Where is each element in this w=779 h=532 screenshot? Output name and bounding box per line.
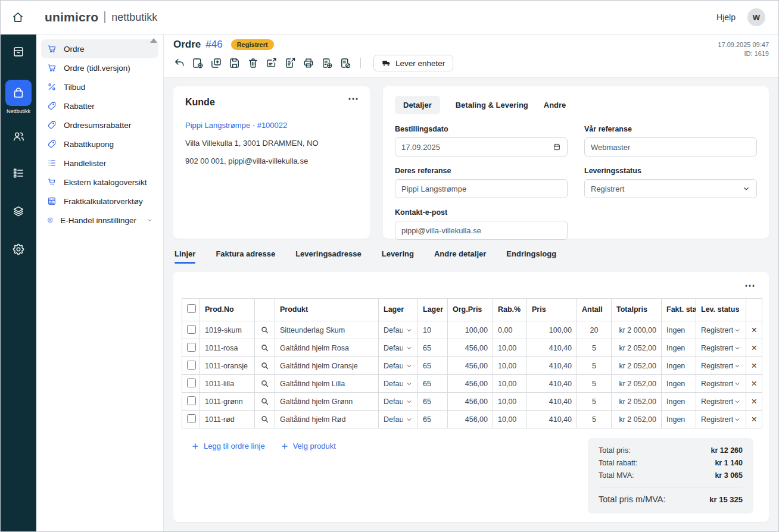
customer-menu-button[interactable]: ⋯ xyxy=(348,95,359,103)
cell-rab[interactable]: 0,00 xyxy=(493,321,527,339)
cell-prodno[interactable]: 1011-rød xyxy=(200,411,255,428)
select-all-checkbox[interactable] xyxy=(187,304,196,313)
product-search-button[interactable] xyxy=(255,321,275,339)
row-checkbox[interactable] xyxy=(187,378,196,387)
avatar[interactable]: W xyxy=(747,8,765,26)
nav-item-ehandel-innstillinger[interactable]: E-Handel innstillinger xyxy=(41,211,158,230)
warehouse-select[interactable]: Default xyxy=(379,321,418,339)
new-order-button[interactable] xyxy=(192,57,204,69)
cell-antall[interactable]: 5 xyxy=(577,393,612,411)
product-search-button[interactable] xyxy=(255,375,275,393)
sidebar-item-settings[interactable] xyxy=(12,243,25,256)
row-checkbox[interactable] xyxy=(187,414,196,423)
nav-item-handlelister[interactable]: Handlelister xyxy=(41,154,158,173)
nav-item-rabatter[interactable]: Rabatter xyxy=(41,96,158,115)
product-search-button[interactable] xyxy=(255,393,275,411)
cell-rab[interactable]: 10,00 xyxy=(493,339,527,357)
row-checkbox[interactable] xyxy=(187,325,196,334)
tab-leveringsadresse[interactable]: Leveringsadresse xyxy=(295,249,362,264)
cell-rab[interactable]: 10,00 xyxy=(493,357,527,375)
cell-orgpris[interactable]: 456,00 xyxy=(448,411,493,428)
help-link[interactable]: Hjelp xyxy=(716,12,736,22)
our-reference-input[interactable]: Webmaster xyxy=(584,137,757,157)
row-checkbox[interactable] xyxy=(187,396,196,405)
scroll-up-icon[interactable] xyxy=(150,38,157,43)
delete-line-button[interactable]: ✕ xyxy=(746,411,762,428)
sidebar-item-layers[interactable] xyxy=(12,205,25,218)
line-status-select[interactable]: Registrert xyxy=(696,393,746,411)
print-button[interactable] xyxy=(303,57,314,69)
transfer-invoice-button[interactable] xyxy=(284,57,296,69)
cell-product[interactable]: Galtåtind hjelm Lilla xyxy=(275,375,379,393)
cell-antall[interactable]: 5 xyxy=(577,357,612,375)
product-search-button[interactable] xyxy=(255,411,275,428)
tab-detaljer[interactable]: Detaljer xyxy=(395,96,440,114)
cell-prodno[interactable]: 1011-oransje xyxy=(200,357,255,375)
cell-prodno[interactable]: 1019-skum xyxy=(200,321,255,339)
sidebar-item-nettbutikk[interactable]: Nettbutikk xyxy=(5,80,32,114)
cell-product[interactable]: Galtåtind hjelm Oransje xyxy=(275,357,379,375)
warehouse-select[interactable]: Default xyxy=(379,375,418,393)
line-status-select[interactable]: Registrert xyxy=(696,357,746,375)
warehouse-select[interactable]: Default xyxy=(379,339,418,357)
row-checkbox[interactable] xyxy=(187,343,196,352)
sidebar-item-archive[interactable] xyxy=(12,45,25,58)
product-search-button[interactable] xyxy=(255,339,275,357)
tab-betaling-levering[interactable]: Betaling & Levering xyxy=(456,96,528,114)
cell-orgpris[interactable]: 100,00 xyxy=(448,321,493,339)
nav-item-ekstern-katalog[interactable]: Ekstern katalogoversikt xyxy=(41,173,158,192)
cell-antall[interactable]: 5 xyxy=(577,411,612,428)
sidebar-item-customers[interactable] xyxy=(12,130,25,143)
line-status-select[interactable]: Registrert xyxy=(696,321,746,339)
cell-antall[interactable]: 5 xyxy=(577,375,612,393)
cell-orgpris[interactable]: 456,00 xyxy=(448,357,493,375)
nav-item-fraktkalkulator[interactable]: Fraktkalkulatorverktøy xyxy=(41,192,158,211)
order-number-link[interactable]: #46 xyxy=(205,39,222,51)
cell-pris[interactable]: 410,40 xyxy=(527,357,577,375)
tab-andre[interactable]: Andre xyxy=(544,96,566,114)
tab-levering[interactable]: Levering xyxy=(382,249,414,264)
cell-pris[interactable]: 410,40 xyxy=(527,375,577,393)
delete-line-button[interactable]: ✕ xyxy=(746,321,762,339)
warehouse-select[interactable]: Default xyxy=(379,357,418,375)
delete-line-button[interactable]: ✕ xyxy=(746,393,762,411)
delivery-status-select[interactable]: Registrert xyxy=(584,179,757,198)
cell-product[interactable]: Galtåtind hjelm Rosa xyxy=(275,339,379,357)
line-status-select[interactable]: Registrert xyxy=(696,339,746,357)
deliver-units-button[interactable]: Lever enheter xyxy=(373,55,453,71)
credit-document-button[interactable] xyxy=(339,57,351,69)
customer-link[interactable]: Pippi Langstrømpe - #100022 xyxy=(185,121,358,130)
add-order-line-button[interactable]: Legg til ordre linje xyxy=(191,442,265,450)
nav-item-ordre-tidl[interactable]: Ordre (tidl.versjon) xyxy=(41,58,158,77)
warehouse-select[interactable]: Default xyxy=(379,393,418,411)
cell-orgpris[interactable]: 456,00 xyxy=(448,375,493,393)
their-reference-input[interactable]: Pippi Langstrømpe xyxy=(395,179,568,198)
cell-orgpris[interactable]: 456,00 xyxy=(448,339,493,357)
lines-menu-button[interactable]: ⋯ xyxy=(744,281,756,290)
tab-andre-detaljer[interactable]: Andre detaljer xyxy=(434,249,486,264)
cell-rab[interactable]: 10,00 xyxy=(493,411,527,428)
cell-pris[interactable]: 100,00 xyxy=(527,321,577,339)
line-status-select[interactable]: Registrert xyxy=(696,375,746,393)
save-button[interactable] xyxy=(229,57,241,69)
choose-product-button[interactable]: Velg produkt xyxy=(281,442,336,450)
cell-orgpris[interactable]: 456,00 xyxy=(448,393,493,411)
line-status-select[interactable]: Registrert xyxy=(696,411,746,428)
contact-email-input[interactable]: pippi@villa-villekulla.se xyxy=(395,221,568,240)
cell-prodno[interactable]: 1011-lilla xyxy=(200,375,255,393)
product-search-button[interactable] xyxy=(255,357,275,375)
delete-line-button[interactable]: ✕ xyxy=(746,375,762,393)
nav-item-tilbud[interactable]: Tilbud xyxy=(41,77,158,96)
cell-prodno[interactable]: 1011-grønn xyxy=(200,393,255,411)
tab-faktura-adresse[interactable]: Faktura adresse xyxy=(216,249,275,264)
undo-button[interactable] xyxy=(173,57,185,69)
duplicate-button[interactable] xyxy=(210,57,222,69)
warehouse-select[interactable]: Default xyxy=(379,411,418,428)
delete-line-button[interactable]: ✕ xyxy=(746,357,762,375)
transfer-button[interactable] xyxy=(266,57,278,69)
cell-antall[interactable]: 5 xyxy=(577,339,612,357)
sidebar-item-lists[interactable] xyxy=(12,167,25,180)
row-checkbox[interactable] xyxy=(187,361,196,370)
cell-pris[interactable]: 410,40 xyxy=(527,339,577,357)
cell-antall[interactable]: 20 xyxy=(577,321,612,339)
